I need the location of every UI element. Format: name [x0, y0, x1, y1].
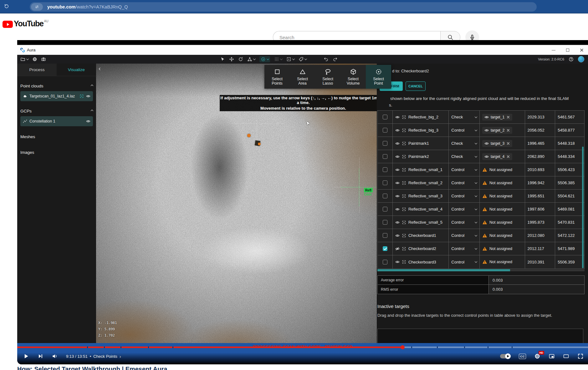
eye-icon[interactable] [395, 115, 400, 119]
focus-icon[interactable] [402, 128, 406, 133]
focus-icon[interactable] [402, 115, 406, 119]
table-row[interactable]: Reflective_small_5 Control Not assigned … [378, 216, 584, 229]
open-project-button[interactable] [20, 57, 28, 62]
youtube-logo[interactable]: YouTube AU [3, 19, 49, 28]
row-checkbox[interactable] [383, 220, 387, 225]
type-dropdown[interactable]: Control [449, 176, 480, 189]
minimize-icon[interactable] [552, 50, 555, 50]
search-input[interactable] [279, 35, 430, 40]
eye-icon[interactable] [484, 115, 489, 119]
navigate-tool-button[interactable] [220, 57, 225, 62]
eye-icon[interactable] [395, 247, 400, 251]
table-row[interactable]: Reflective_small_2 Control Not assigned … [378, 176, 584, 190]
remove-target-icon[interactable] [506, 142, 510, 145]
select-volume-tool[interactable]: SelectVolume [340, 65, 366, 89]
table-vertical-scrollbar[interactable] [582, 147, 584, 268]
select-area-tool[interactable]: SelectArea [290, 65, 315, 89]
focus-icon[interactable] [402, 154, 406, 159]
player-settings-button[interactable]: HD [534, 353, 540, 359]
section-images[interactable]: Images [17, 147, 96, 158]
row-checkbox[interactable] [383, 154, 387, 159]
eye-icon[interactable] [484, 141, 489, 146]
next-button[interactable] [37, 353, 43, 359]
focus-icon[interactable] [402, 260, 406, 264]
focus-icon[interactable] [402, 233, 406, 238]
table-row[interactable]: Checkerboard2 Control Not assigned 2012.… [378, 242, 584, 255]
cancel-button[interactable]: CANCEL [406, 81, 426, 91]
row-checkbox[interactable] [383, 180, 387, 185]
annotation-tool-button[interactable] [299, 57, 307, 62]
site-settings-icon[interactable] [31, 3, 43, 11]
focus-icon[interactable] [402, 181, 406, 185]
type-dropdown[interactable]: Check [449, 137, 480, 150]
video-player[interactable]: Aura Version: 2.0-RC6 [17, 40, 588, 364]
table-horizontal-scrollbar[interactable] [377, 269, 510, 271]
section-point-clouds[interactable]: Point clouds [20, 81, 93, 91]
assigned-target-chip[interactable]: target_1 [482, 114, 512, 121]
box-select-tool-button[interactable] [286, 57, 294, 62]
theater-mode-button[interactable] [563, 353, 569, 359]
eye-icon[interactable] [395, 207, 400, 211]
row-checkbox[interactable] [383, 167, 387, 172]
chapter-label[interactable]: Check Points [93, 354, 117, 359]
eye-icon[interactable] [395, 141, 400, 146]
grid-tool-button[interactable] [274, 57, 282, 62]
type-dropdown[interactable]: Control [449, 190, 480, 202]
undo-button[interactable] [324, 57, 329, 62]
select-points-tool[interactable]: SelectPoints [264, 65, 290, 89]
redo-button[interactable] [333, 57, 338, 62]
row-checkbox[interactable] [383, 115, 387, 119]
eye-icon[interactable] [484, 128, 489, 133]
focus-icon[interactable] [402, 220, 406, 225]
focus-icon[interactable] [79, 94, 84, 98]
focus-icon[interactable] [402, 194, 406, 198]
subtitles-button[interactable]: CC [519, 354, 526, 359]
row-checkbox[interactable] [383, 233, 387, 238]
type-dropdown[interactable]: Control [449, 124, 480, 137]
volume-button[interactable] [52, 353, 58, 359]
graph-tool-button[interactable] [247, 57, 255, 62]
settings-button[interactable] [32, 57, 37, 62]
remove-target-icon[interactable] [506, 155, 510, 159]
table-row[interactable]: Checkerboard1 Control Not assigned 2012.… [378, 229, 584, 242]
tab-process[interactable]: Process [17, 64, 57, 76]
fullscreen-button[interactable] [577, 353, 584, 359]
type-dropdown[interactable]: Control [449, 216, 480, 229]
assigned-target-chip[interactable]: target_3 [482, 140, 512, 147]
focus-icon[interactable] [402, 168, 406, 172]
reload-icon[interactable] [4, 3, 9, 9]
eye-icon[interactable] [395, 194, 400, 198]
eye-icon[interactable] [395, 260, 400, 264]
orbit-tool-button[interactable] [238, 57, 243, 62]
type-dropdown[interactable]: Control [449, 242, 480, 255]
help-button[interactable] [569, 57, 574, 62]
gcp-tool-button[interactable] [259, 56, 270, 62]
eye-icon[interactable] [86, 119, 90, 123]
assigned-target-chip[interactable]: target_2 [482, 127, 512, 134]
section-meshes[interactable]: Meshes [17, 131, 96, 142]
eye-icon[interactable] [395, 168, 400, 172]
section-gcps[interactable]: GCPs [20, 106, 93, 116]
remove-target-icon[interactable] [506, 128, 510, 132]
pointcloud-viewport[interactable]: Refl Cont If adjustment is necessary, us… [96, 64, 377, 343]
type-dropdown[interactable]: Check [449, 111, 480, 123]
eye-icon[interactable] [395, 220, 400, 225]
table-row[interactable]: Reflective_small_3 Control Not assigned … [378, 190, 584, 203]
type-dropdown[interactable]: Control [449, 229, 480, 242]
eye-icon[interactable] [395, 181, 400, 185]
tab-visualize[interactable]: Visualize [57, 64, 96, 76]
maximize-icon[interactable] [566, 49, 569, 52]
target-dot[interactable] [258, 143, 261, 145]
table-row[interactable]: Paintmark2 Check target_4 2062.890 5448.… [378, 150, 584, 163]
table-row[interactable]: Paintmark1 Check target_3 1996.465 5448.… [378, 137, 584, 150]
type-dropdown[interactable]: Control [449, 163, 480, 176]
row-checkbox[interactable] [383, 246, 387, 251]
eye-icon[interactable] [395, 154, 400, 159]
row-checkbox[interactable] [383, 207, 387, 211]
eye-icon[interactable] [395, 128, 400, 133]
user-avatar[interactable] [578, 56, 584, 62]
table-row[interactable]: Reflective_big_3 Control target_2 2056.0… [378, 124, 584, 137]
row-checkbox[interactable] [383, 194, 387, 198]
close-icon[interactable] [580, 48, 584, 52]
progress-bar[interactable] [17, 347, 588, 348]
